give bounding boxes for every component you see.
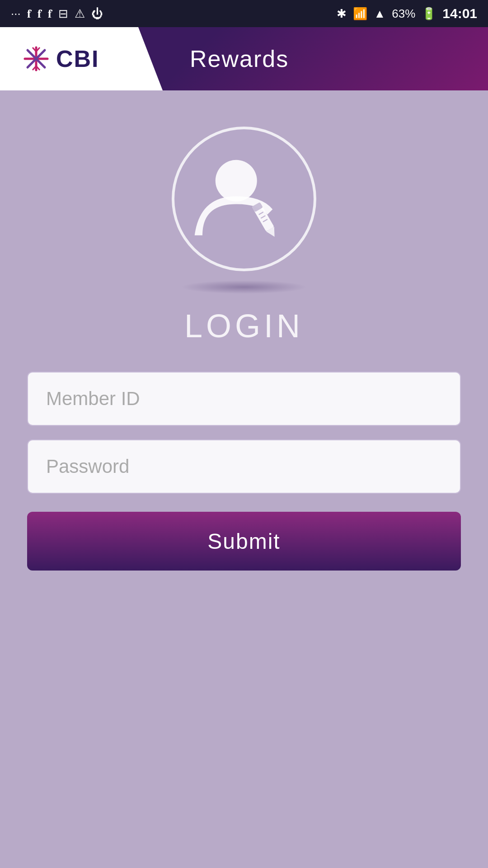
clock: 14:01 xyxy=(442,6,477,21)
avatar-icon xyxy=(172,127,316,271)
warning-icon: ⚠ xyxy=(75,7,85,21)
login-title: LOGIN xyxy=(184,307,304,344)
app-title: Rewards xyxy=(190,45,289,72)
wifi-icon: 📶 xyxy=(353,7,367,21)
brand-name: CBI xyxy=(56,45,99,72)
avatar-shadow xyxy=(181,280,307,294)
signal-icon: ▲ xyxy=(374,7,385,21)
member-id-input[interactable] xyxy=(27,372,461,426)
app-header: CBI Rewards xyxy=(0,27,488,90)
password-input[interactable] xyxy=(27,439,461,494)
header-logo-section: CBI xyxy=(0,27,163,90)
facebook-icon-3: 𝐟 xyxy=(48,7,52,21)
submit-button[interactable]: Submit xyxy=(27,512,461,571)
battery-icon: 🔋 xyxy=(422,7,436,21)
svg-point-8 xyxy=(216,160,257,202)
facebook-icon: 𝐟 xyxy=(27,7,31,21)
user-edit-icon xyxy=(192,147,296,251)
login-form: Submit xyxy=(27,372,461,571)
main-content: LOGIN Submit xyxy=(0,90,488,868)
facebook-icon-2: 𝐟 xyxy=(38,7,42,21)
status-bar-left: ··· 𝐟 𝐟 𝐟 ⊟ ⚠ ⏻ xyxy=(11,7,103,21)
bluetooth-icon: ✱ xyxy=(337,7,347,21)
battery-percent: 63% xyxy=(392,7,415,21)
power-icon: ⏻ xyxy=(91,7,103,21)
cbi-logo: CBI xyxy=(23,45,99,72)
header-title-section: Rewards xyxy=(163,27,488,90)
menu-dots-icon: ··· xyxy=(11,7,21,21)
image-icon: ⊟ xyxy=(58,7,68,21)
status-bar-right: ✱ 📶 ▲ 63% 🔋 14:01 xyxy=(337,6,477,21)
status-bar: ··· 𝐟 𝐟 𝐟 ⊟ ⚠ ⏻ ✱ 📶 ▲ 63% 🔋 14:01 xyxy=(0,0,488,27)
cbi-snowflake-icon xyxy=(23,45,50,72)
